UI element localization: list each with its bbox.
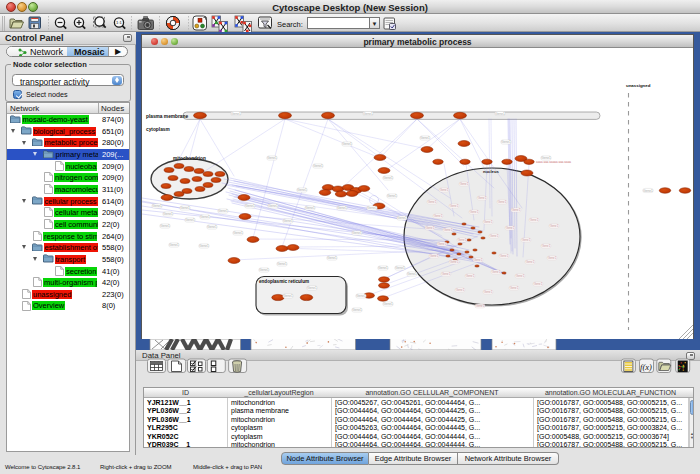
svg-text:Gene1: Gene1 xyxy=(484,220,493,224)
svg-text:Gene1: Gene1 xyxy=(550,224,559,228)
svg-text:Gene1: Gene1 xyxy=(501,140,511,144)
svg-text:Gene1: Gene1 xyxy=(199,244,209,248)
svg-text:Gene1: Gene1 xyxy=(510,286,519,290)
svg-text:Gene1: Gene1 xyxy=(233,231,243,235)
svg-text:Gene1: Gene1 xyxy=(305,206,315,210)
svg-text:Gene1: Gene1 xyxy=(342,142,352,146)
svg-text:Gene1: Gene1 xyxy=(534,282,543,286)
svg-text:Gene1: Gene1 xyxy=(277,262,287,266)
svg-text:aaaa aaa aaaaa aaa aaaa: aaaa aaa aaaaa aaa aaaa xyxy=(536,160,571,164)
svg-text:Gene1: Gene1 xyxy=(484,290,493,294)
svg-text:Gene1: Gene1 xyxy=(407,272,417,276)
svg-text:Gene1: Gene1 xyxy=(506,226,515,230)
svg-text:Gene1: Gene1 xyxy=(530,218,539,222)
svg-text:Gene1: Gene1 xyxy=(492,270,501,274)
svg-text:Gene1: Gene1 xyxy=(428,200,437,204)
svg-text:Gene1: Gene1 xyxy=(313,164,323,168)
svg-text:Gene1: Gene1 xyxy=(426,226,435,230)
svg-text:f(x): f(x) xyxy=(640,362,652,372)
svg-text:Gene1: Gene1 xyxy=(450,260,459,264)
svg-text:plasma membrane: plasma membrane xyxy=(146,114,188,119)
svg-text:Gene1: Gene1 xyxy=(307,286,317,290)
svg-text:Gene1: Gene1 xyxy=(476,304,485,308)
svg-text:Gene1: Gene1 xyxy=(169,243,179,247)
svg-text:Gene1: Gene1 xyxy=(430,254,439,258)
svg-text:Gene1: Gene1 xyxy=(283,294,293,298)
svg-text:Gene1: Gene1 xyxy=(297,188,307,192)
svg-text:Gene1: Gene1 xyxy=(387,194,397,198)
svg-text:Gene1: Gene1 xyxy=(383,302,393,306)
svg-text:cytoplasm: cytoplasm xyxy=(146,127,170,132)
svg-text:Gene1: Gene1 xyxy=(458,238,467,242)
svg-text:Gene1: Gene1 xyxy=(185,218,195,222)
svg-text:Gene1: Gene1 xyxy=(470,210,479,214)
svg-text:Gene1: Gene1 xyxy=(442,272,451,276)
svg-text:Gene1: Gene1 xyxy=(500,254,509,258)
svg-text:Gene1: Gene1 xyxy=(352,231,362,235)
svg-text:Gene1: Gene1 xyxy=(207,225,217,229)
svg-text:Gene1: Gene1 xyxy=(268,204,278,208)
svg-text:Gene1: Gene1 xyxy=(397,216,407,220)
svg-text:Gene1: Gene1 xyxy=(218,209,228,213)
svg-text:Gene1: Gene1 xyxy=(363,112,373,116)
svg-text:Gene1: Gene1 xyxy=(512,208,521,212)
svg-text:Gene1: Gene1 xyxy=(438,242,447,246)
svg-text:Gene1: Gene1 xyxy=(180,206,190,210)
svg-text:Gene1: Gene1 xyxy=(267,156,277,160)
svg-text:Gene1: Gene1 xyxy=(526,260,535,264)
svg-text:Gene1: Gene1 xyxy=(352,308,362,312)
svg-text:Gene1: Gene1 xyxy=(444,228,453,232)
svg-text:Gene1: Gene1 xyxy=(456,288,465,292)
svg-text:Gene1: Gene1 xyxy=(522,238,531,242)
svg-text:Gene1: Gene1 xyxy=(490,234,499,238)
svg-text:Gene1: Gene1 xyxy=(466,274,475,278)
svg-text:Gene1: Gene1 xyxy=(378,266,388,270)
svg-text:Gene1: Gene1 xyxy=(516,274,525,278)
svg-text:Gene1: Gene1 xyxy=(460,182,469,186)
svg-text:Gene1: Gene1 xyxy=(245,204,255,208)
svg-text:Gene1: Gene1 xyxy=(495,112,505,116)
svg-text:Gene1: Gene1 xyxy=(395,266,405,270)
svg-text:1:1: 1:1 xyxy=(116,20,122,25)
svg-text:Gene1: Gene1 xyxy=(474,258,483,262)
svg-text:Gene1: Gene1 xyxy=(327,256,337,260)
svg-text:Gene1: Gene1 xyxy=(160,224,170,228)
svg-text:Gene1: Gene1 xyxy=(498,200,507,204)
svg-text:Gene1: Gene1 xyxy=(200,215,210,219)
svg-text:unassigned: unassigned xyxy=(626,83,651,88)
svg-text:Gene1: Gene1 xyxy=(383,176,393,180)
svg-text:Gene1: Gene1 xyxy=(420,136,430,140)
svg-text:Gene1: Gene1 xyxy=(440,188,449,192)
svg-text:Gene1: Gene1 xyxy=(548,256,557,260)
svg-text:Gene1: Gene1 xyxy=(450,204,459,208)
svg-text:Gene1: Gene1 xyxy=(434,214,443,218)
svg-text:Gene1: Gene1 xyxy=(259,268,269,272)
svg-text:Gene1: Gene1 xyxy=(367,206,377,210)
svg-text:Gene1: Gene1 xyxy=(283,219,293,223)
svg-text:endoplasmic reticulum: endoplasmic reticulum xyxy=(259,279,309,284)
svg-text:Gene1: Gene1 xyxy=(231,112,241,116)
svg-text:Gene1: Gene1 xyxy=(163,212,173,216)
svg-text:Gene1: Gene1 xyxy=(542,244,551,248)
svg-text:Gene1: Gene1 xyxy=(337,206,347,210)
svg-text:Gene1: Gene1 xyxy=(478,196,487,200)
svg-text:Gene1: Gene1 xyxy=(152,204,162,208)
svg-text:Gene1: Gene1 xyxy=(643,189,653,193)
svg-text:Gene1: Gene1 xyxy=(356,294,366,298)
